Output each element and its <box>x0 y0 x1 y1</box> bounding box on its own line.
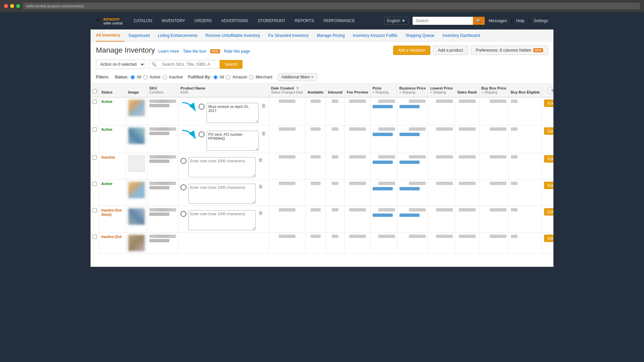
sales-rank-cell <box>455 206 479 233</box>
row-checkbox[interactable] <box>93 127 97 132</box>
take-tour-link[interactable]: Take the tour <box>183 49 206 54</box>
note-delete-button[interactable]: 🗑 <box>258 210 264 216</box>
note-radio[interactable] <box>180 158 186 164</box>
note-delete-button[interactable]: 🗑 <box>258 184 264 189</box>
subnav-remove-unfulfillable[interactable]: Remove Unfulfillable Inventory <box>202 29 264 42</box>
subnav-inventory-amazon[interactable]: Inventory Amazon Fulfills <box>349 29 401 42</box>
settings-link[interactable]: Settings <box>534 18 548 23</box>
subnav-listing-enhancements[interactable]: Listing Enhancements <box>154 29 202 42</box>
subnav-suppressed[interactable]: Suppressed <box>124 29 154 42</box>
asin-blurred <box>149 213 169 216</box>
th-date-created[interactable]: Date Created ▼ Status Changed Date <box>269 83 306 97</box>
nav-advertising[interactable]: ADVERTISING <box>216 12 253 29</box>
note-radio[interactable] <box>180 184 186 190</box>
inventory-search-button[interactable]: Search <box>220 60 243 69</box>
subnav-inventory-dashboard[interactable]: Inventory Dashboard <box>438 29 484 42</box>
preferences-button[interactable]: Preferences: 8 columns hidden NEW <box>471 46 548 55</box>
sku-blurred <box>149 100 176 103</box>
nav-inventory[interactable]: INVENTORY <box>157 12 190 29</box>
th-fee-preview: Fee Preview <box>344 83 370 97</box>
subnav-manage-pricing[interactable]: Manage Pricing <box>313 29 348 42</box>
flag-icon: 🏳 <box>96 18 101 24</box>
inbound-cell <box>326 125 344 153</box>
table-row: Active <box>91 97 553 125</box>
edit-button[interactable]: Edit <box>544 182 553 189</box>
row-checkbox[interactable] <box>93 182 97 186</box>
messages-link[interactable]: Messages <box>489 18 507 23</box>
note-textarea[interactable]: Must restock on April 23, 2017. <box>207 103 259 123</box>
nav-storefront[interactable]: STOREFRONT <box>253 12 290 29</box>
fulfilled-amazon-radio[interactable] <box>226 75 230 79</box>
page-title-area: Manage Inventory Learn more Take the tou… <box>96 46 250 55</box>
add-product-button[interactable]: Add a product <box>433 46 468 55</box>
nav-orders[interactable]: ORDERS <box>190 12 216 29</box>
edit-button[interactable]: Edit <box>544 155 553 163</box>
row-checkbox[interactable] <box>93 155 97 160</box>
row-checkbox[interactable] <box>93 235 97 239</box>
fulfilled-filter-group: Fulfilled By: All Amazon Merchant <box>188 75 272 79</box>
save-all-button[interactable]: Save all <box>548 87 553 94</box>
minimize-window-btn[interactable] <box>10 4 14 8</box>
subnav-all-inventory[interactable]: All Inventory <box>96 29 124 42</box>
rate-page-link[interactable]: Rate this page <box>224 49 250 54</box>
rank-blurred <box>459 208 476 212</box>
edit-button[interactable]: Edit <box>544 235 553 242</box>
note-textarea[interactable] <box>189 157 256 177</box>
price-cell <box>370 180 397 206</box>
note-textarea[interactable] <box>189 210 256 230</box>
bus-price-blurred <box>409 100 426 103</box>
close-window-btn[interactable] <box>4 4 8 8</box>
status-cell: Inactive (Out <box>99 233 126 254</box>
select-all-checkbox[interactable] <box>93 89 97 94</box>
row-checkbox[interactable] <box>93 208 97 213</box>
rank-blurred <box>459 127 476 131</box>
inventory-search-input[interactable] <box>159 60 220 69</box>
price-blurred <box>378 127 395 131</box>
row-checkbox-cell <box>91 125 99 153</box>
additional-filters-button[interactable]: Additional filters + <box>278 73 317 81</box>
language-selector[interactable]: English ▼ <box>384 17 409 25</box>
status-inactive-radio[interactable] <box>163 75 167 79</box>
status-active-label: Active <box>150 75 161 79</box>
subnav-shipping-queue[interactable]: Shipping Queue <box>401 29 438 42</box>
buy-box-eligible-cell <box>508 125 542 153</box>
inbound-cell <box>326 180 344 206</box>
note-delete-button[interactable]: 🗑 <box>261 103 267 108</box>
top-search-input[interactable] <box>413 17 473 25</box>
note-radio[interactable] <box>199 104 205 110</box>
row-checkbox[interactable] <box>93 100 97 104</box>
help-link[interactable]: Help <box>516 18 525 23</box>
inbound-cell <box>326 97 344 125</box>
fulfilled-merchant-radio[interactable] <box>249 75 254 79</box>
shipping-blurred <box>373 161 393 164</box>
address-bar[interactable]: sellercentral.amazon.com/inventory <box>23 3 640 9</box>
sku-blurred <box>149 127 176 131</box>
add-variation-button[interactable]: Add a Variation <box>393 46 430 55</box>
status-active-radio[interactable] <box>143 75 148 79</box>
image-cell <box>126 125 147 153</box>
nav-reports[interactable]: REPORTS <box>290 12 319 29</box>
status-cell: Active <box>99 125 126 153</box>
note-delete-button[interactable]: 🗑 <box>261 131 267 136</box>
edit-button[interactable]: Edit <box>544 100 553 107</box>
th-buy-box-price-sub: + Shipping <box>481 90 497 94</box>
nav-performance[interactable]: PERFORMANCE <box>319 12 360 29</box>
subnav-fix-stranded[interactable]: Fix Stranded Inventory <box>264 29 313 42</box>
action-select[interactable]: Action on 0 selected <box>96 60 145 69</box>
top-search-button[interactable]: 🔍 <box>473 17 485 25</box>
note-textarea[interactable] <box>189 184 256 204</box>
nav-catalog[interactable]: CATALOG <box>129 12 157 29</box>
note-textarea[interactable]: PO sent. PO number PP999HQ <box>207 131 259 151</box>
note-delete-button[interactable]: 🗑 <box>258 157 264 163</box>
edit-button[interactable]: Edit <box>544 208 553 216</box>
fulfilled-all-radio[interactable] <box>213 75 218 79</box>
learn-more-link[interactable]: Learn more <box>158 49 179 54</box>
note-area: Must restock on April 23, 2017. 🗑 <box>199 103 267 123</box>
status-all-radio[interactable] <box>130 75 135 79</box>
note-radio[interactable] <box>180 211 186 217</box>
image-cell <box>126 153 147 180</box>
note-radio[interactable] <box>199 131 205 137</box>
maximize-window-btn[interactable] <box>16 4 20 8</box>
action-cell: Edit▼ <box>542 97 553 125</box>
edit-button[interactable]: Edit <box>544 127 553 135</box>
